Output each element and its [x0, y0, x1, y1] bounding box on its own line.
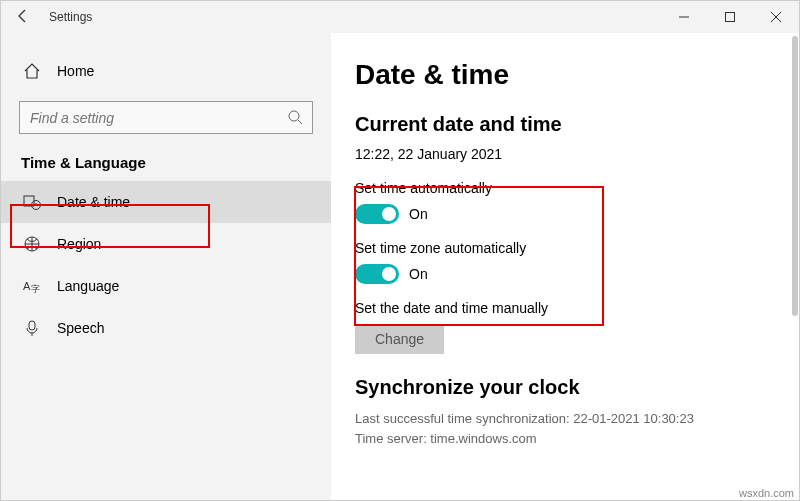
nav-label: Speech [57, 320, 104, 336]
search-box [19, 101, 313, 134]
page-heading: Date & time [355, 59, 775, 91]
sync-server: Time server: time.windows.com [355, 429, 775, 449]
set-tz-auto-label: Set time zone automatically [355, 240, 775, 256]
titlebar: Settings [1, 1, 799, 33]
set-time-auto-label: Set time automatically [355, 180, 775, 196]
close-button[interactable] [753, 1, 799, 33]
settings-window: Settings Home Time & Language [0, 0, 800, 501]
nav-date-time[interactable]: Date & time [1, 181, 331, 223]
minimize-button[interactable] [661, 1, 707, 33]
watermark: wsxdn.com [739, 487, 794, 499]
svg-text:A: A [23, 280, 31, 292]
set-time-auto-state: On [409, 206, 428, 222]
home-label: Home [57, 63, 94, 79]
manual-label: Set the date and time manually [355, 300, 775, 316]
home-icon [23, 62, 41, 80]
sync-heading: Synchronize your clock [355, 376, 775, 399]
date-time-icon [23, 193, 41, 211]
language-icon: A字 [23, 277, 41, 295]
current-datetime: 12:22, 22 January 2021 [355, 146, 775, 162]
svg-point-4 [289, 111, 299, 121]
svg-rect-6 [24, 196, 34, 206]
nav-speech[interactable]: Speech [1, 307, 331, 349]
back-button[interactable] [15, 8, 33, 27]
svg-line-9 [36, 205, 38, 206]
svg-text:字: 字 [31, 284, 40, 294]
window-title: Settings [49, 10, 92, 24]
section-title: Time & Language [1, 148, 331, 181]
set-tz-auto-state: On [409, 266, 428, 282]
main-content: Date & time Current date and time 12:22,… [331, 33, 799, 500]
change-button: Change [355, 324, 444, 354]
set-time-auto-toggle[interactable] [355, 204, 399, 224]
globe-icon [23, 235, 41, 253]
nav-label: Language [57, 278, 119, 294]
svg-rect-1 [726, 13, 735, 22]
maximize-button[interactable] [707, 1, 753, 33]
svg-line-5 [298, 120, 302, 124]
nav-label: Region [57, 236, 101, 252]
scrollbar[interactable] [792, 36, 798, 316]
nav-region[interactable]: Region [1, 223, 331, 265]
svg-rect-13 [29, 321, 35, 330]
sync-last: Last successful time synchronization: 22… [355, 409, 775, 429]
section-current: Current date and time [355, 113, 775, 136]
home-nav[interactable]: Home [1, 51, 331, 91]
search-input[interactable] [19, 101, 313, 134]
microphone-icon [23, 319, 41, 337]
sidebar: Home Time & Language Date & time Region [1, 33, 331, 500]
nav-label: Date & time [57, 194, 130, 210]
nav-language[interactable]: A字 Language [1, 265, 331, 307]
search-icon [287, 109, 303, 129]
set-tz-auto-toggle[interactable] [355, 264, 399, 284]
